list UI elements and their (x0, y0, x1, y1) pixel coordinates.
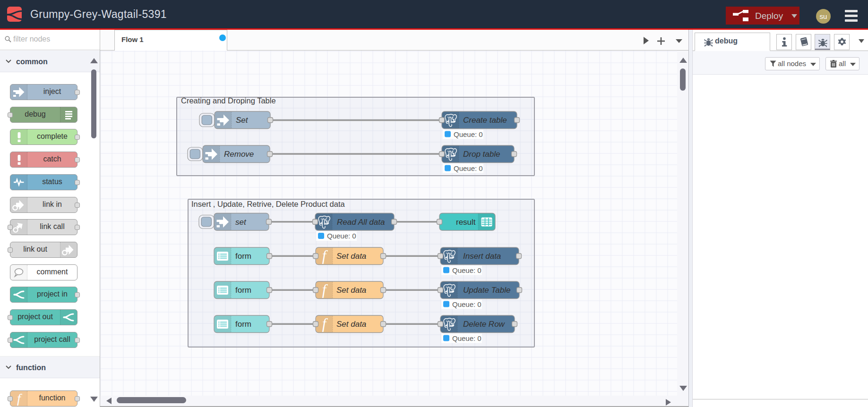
svg-text:Set data: Set data (336, 252, 366, 261)
svg-text:Update Table: Update Table (463, 286, 511, 295)
svg-text:Queue: 0: Queue: 0 (452, 334, 481, 342)
svg-text:form: form (235, 286, 251, 295)
svg-text:Delete Row: Delete Row (463, 320, 506, 329)
svg-text:Queue: 0: Queue: 0 (454, 130, 483, 138)
svg-text:Set data: Set data (336, 286, 366, 295)
svg-text:form: form (235, 320, 251, 329)
svg-text:Create table: Create table (463, 116, 507, 125)
svg-text:set: set (235, 218, 247, 227)
svg-text:Read All data: Read All data (337, 218, 385, 227)
svg-text:form: form (235, 252, 251, 261)
svg-text:Queue: 0: Queue: 0 (454, 164, 483, 172)
svg-text:Set data: Set data (336, 320, 366, 329)
svg-text:result: result (456, 218, 476, 227)
svg-text:Drop table: Drop table (463, 150, 500, 159)
svg-text:Queue: 0: Queue: 0 (327, 232, 356, 240)
svg-text:f: f (17, 391, 22, 406)
svg-text:Insert , Update, Retrive, Dele: Insert , Update, Retrive, Delete Product… (191, 200, 345, 208)
svg-text:Insert data: Insert data (463, 252, 501, 261)
svg-text:Queue: 0: Queue: 0 (452, 300, 481, 308)
svg-text:Set: Set (236, 116, 249, 125)
svg-text:Remove: Remove (224, 150, 254, 159)
svg-text:Queue: 0: Queue: 0 (452, 266, 481, 274)
svg-text:Creating and Droping Table: Creating and Droping Table (181, 96, 276, 105)
